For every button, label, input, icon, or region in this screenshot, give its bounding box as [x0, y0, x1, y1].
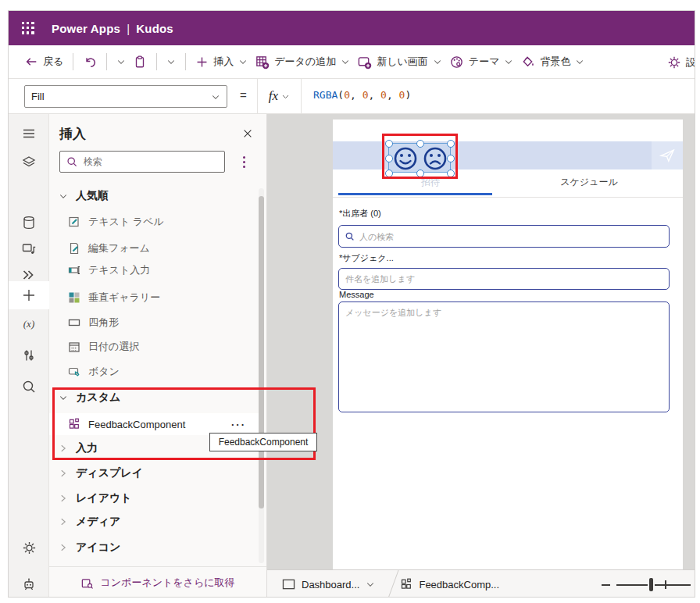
tab-schedule[interactable]: スケジュール	[534, 176, 644, 189]
tab-invite[interactable]: 招待	[376, 176, 485, 189]
rail-variables-button[interactable]: (x)	[9, 311, 49, 337]
rail-menu-button[interactable]	[9, 120, 49, 147]
button-icon	[68, 366, 80, 378]
undo-button[interactable]	[83, 55, 97, 69]
rail-search-button[interactable]	[9, 373, 49, 400]
people-search-input[interactable]	[338, 225, 670, 248]
canvas-bottom-bar: Dashboard... FeedbackComp...	[267, 569, 695, 598]
resize-handle-w[interactable]	[385, 155, 393, 162]
chevron-down-icon	[433, 57, 442, 66]
resize-handle-e[interactable]	[447, 155, 455, 162]
screen-selector[interactable]: Dashboard...	[282, 579, 375, 591]
advanced-tools-icon	[21, 348, 37, 363]
message-textarea[interactable]	[338, 302, 670, 412]
zoom-slider-handle[interactable]	[649, 578, 653, 591]
new-screen-icon	[357, 55, 372, 70]
app-name: Power Apps	[52, 22, 120, 35]
title-bar: Power Apps | Kudos	[9, 11, 695, 45]
insert-item-edit-form[interactable]: 編集フォーム	[49, 237, 252, 259]
divider	[106, 53, 107, 70]
feedback-component-selection[interactable]	[388, 143, 451, 173]
insert-item-text-input[interactable]: テキスト入力	[49, 259, 252, 281]
clipboard-icon	[133, 55, 147, 69]
virtual-agent-icon	[21, 576, 37, 592]
rail-data-button[interactable]	[9, 209, 49, 236]
formula-bar: Fill = fx RGBA(0, 0, 0, 0)	[9, 79, 695, 114]
section-layout[interactable]: レイアウト	[49, 487, 252, 509]
theme-button[interactable]: テーマ	[449, 55, 514, 70]
subject-label: *サブジェク...	[339, 252, 394, 264]
close-icon[interactable]	[239, 125, 256, 142]
section-display[interactable]: ディスプレイ	[49, 462, 252, 484]
rail-advanced-tools-button[interactable]	[9, 342, 49, 369]
search-input[interactable]	[59, 151, 225, 173]
chevron-right-icon	[59, 494, 68, 503]
undo-chevron-down-icon[interactable]	[116, 57, 126, 66]
date-picker-icon	[68, 341, 80, 353]
paste-chevron-down-icon[interactable]	[166, 57, 176, 66]
search-icon	[66, 155, 78, 168]
insert-item-button[interactable]: ボタン	[49, 361, 252, 383]
app-window: Power Apps | Kudos 戻る 挿入 データの追加	[8, 10, 695, 598]
zoom-slider-track[interactable]	[616, 584, 691, 586]
command-bar: 戻る 挿入 データの追加 新しい画面 テーマ	[9, 45, 695, 79]
resize-handle-n[interactable]	[416, 140, 424, 148]
get-more-components-button[interactable]: コンポーネントをさらに取得	[49, 566, 266, 598]
resize-handle-sw[interactable]	[385, 169, 393, 177]
tab-separator	[333, 197, 683, 198]
send-icon	[658, 147, 677, 164]
divider	[156, 53, 157, 70]
chevron-down-icon	[211, 92, 220, 102]
equals-sign: =	[240, 88, 247, 102]
kebab-menu-icon[interactable]	[237, 153, 251, 170]
resize-handle-nw[interactable]	[385, 140, 393, 148]
scrollbar-thumb[interactable]	[259, 196, 264, 508]
insert-item-vertical-gallery[interactable]: 垂直ギャラリー	[49, 287, 252, 309]
more-options-button[interactable]: ···	[231, 419, 246, 430]
zoom-in-icon[interactable]	[661, 580, 670, 589]
background-color-button[interactable]: 背景色	[520, 55, 584, 70]
section-media[interactable]: メディア	[49, 511, 252, 533]
power-automate-icon	[21, 267, 37, 283]
formula-input[interactable]: RGBA(0, 0, 0, 0)	[313, 89, 411, 101]
rail-power-automate-button[interactable]	[9, 262, 49, 288]
section-custom[interactable]: カスタム	[49, 387, 252, 409]
subject-input[interactable]	[338, 268, 670, 290]
property-selector[interactable]: Fill	[24, 85, 227, 108]
app-screen[interactable]: 会議 招待 スケジュール *出席者 (0) *サブジェク... Message	[333, 120, 683, 569]
chevron-right-icon	[59, 444, 68, 453]
add-data-button[interactable]: データの追加	[255, 55, 350, 70]
new-screen-button[interactable]: 新しい画面	[357, 55, 442, 70]
section-popular[interactable]: 人気順	[49, 185, 252, 207]
gear-icon	[667, 55, 681, 70]
settings-button[interactable]: 設定	[667, 45, 695, 79]
zoom-out-icon[interactable]	[602, 584, 610, 586]
back-button[interactable]: 戻る	[24, 55, 63, 69]
fx-selector[interactable]: fx	[257, 79, 302, 113]
insert-item-text-label[interactable]: テキスト ラベル	[49, 211, 252, 233]
insert-button[interactable]: 挿入	[195, 55, 248, 69]
waffle-menu-icon[interactable]	[22, 22, 34, 34]
insert-item-date-picker[interactable]: 日付の選択	[49, 336, 252, 358]
rail-settings-button[interactable]	[9, 534, 49, 561]
resize-handle-s[interactable]	[416, 169, 424, 177]
section-icons[interactable]: アイコン	[49, 537, 252, 558]
rail-media-button[interactable]	[9, 235, 49, 262]
insert-item-feedback-component[interactable]: FeedbackComponent ···	[49, 413, 259, 435]
rectangle-icon	[68, 316, 80, 329]
divider	[185, 53, 186, 70]
send-button[interactable]	[652, 141, 683, 169]
chevron-right-icon	[59, 469, 68, 478]
search-icon	[21, 379, 37, 394]
happy-face-icon	[391, 145, 420, 172]
component-breadcrumb[interactable]: FeedbackComp...	[400, 578, 499, 591]
rail-virtual-agent-button[interactable]	[9, 571, 49, 598]
paint-bucket-icon	[520, 55, 535, 70]
add-data-icon	[255, 55, 270, 70]
paste-button[interactable]	[133, 55, 147, 69]
resize-handle-se[interactable]	[447, 169, 455, 177]
insert-item-rectangle[interactable]: 四角形	[49, 312, 252, 334]
resize-handle-ne[interactable]	[447, 140, 455, 148]
panel-scrollbar[interactable]	[259, 188, 264, 563]
rail-tree-view-button[interactable]	[9, 149, 49, 176]
